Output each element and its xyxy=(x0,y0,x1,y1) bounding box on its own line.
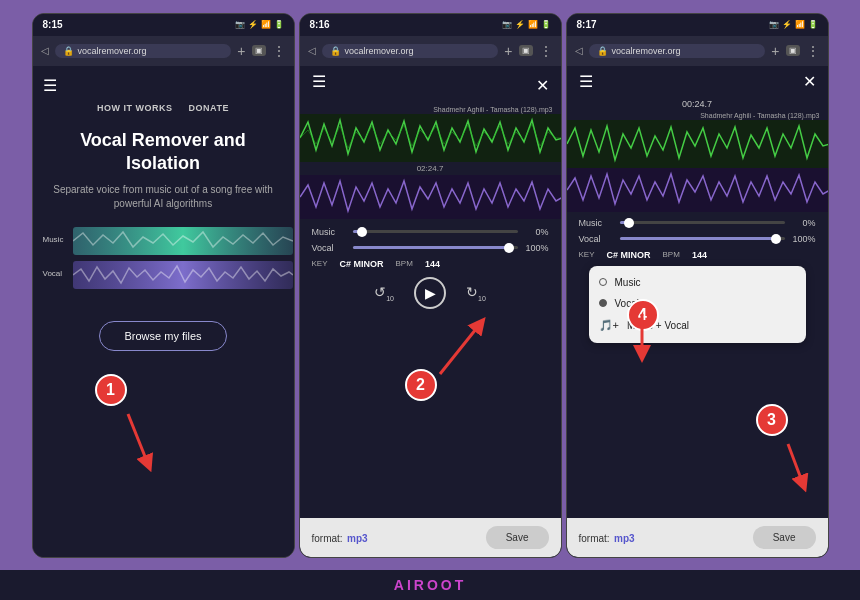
vocal-waveform-1 xyxy=(73,261,293,289)
tab-count-1[interactable]: ▣ xyxy=(252,45,266,56)
track-time-2: 02:24.7 xyxy=(300,162,561,175)
vocal-slider-row-2: Vocal 100% xyxy=(312,243,549,253)
music-slider-thumb-3[interactable] xyxy=(624,218,634,228)
vocal-pct-3: 100% xyxy=(791,234,816,244)
url-text-3: vocalremover.org xyxy=(612,46,681,56)
hamburger-icon-3[interactable]: ☰ xyxy=(579,72,593,91)
filename-3: Shadmehr Aghili - Tamasha (128).mp3 xyxy=(567,111,828,120)
plus-tab-3[interactable]: + xyxy=(771,43,779,59)
vocal-slider-row-3: Vocal 100% xyxy=(579,234,816,244)
camera-icon-3: 📷 xyxy=(769,20,779,29)
svg-line-3 xyxy=(128,414,148,464)
signal-icon-3: 📶 xyxy=(795,20,805,29)
green-waveform-2 xyxy=(300,114,561,162)
nav-donate[interactable]: DONATE xyxy=(189,103,229,113)
key-val-2: C# MINOR xyxy=(340,259,384,269)
music-slider-thumb-2[interactable] xyxy=(357,227,367,237)
hamburger-icon-1[interactable]: ☰ xyxy=(43,76,57,95)
camera-icon: 📷 xyxy=(235,20,245,29)
status-icons-2: 📷 ⚡ 📶 🔋 xyxy=(502,20,551,29)
key-label-2: KEY xyxy=(312,259,328,268)
download-item-music[interactable]: Music xyxy=(589,272,806,293)
vocal-slider-thumb-2[interactable] xyxy=(504,243,514,253)
menu-dots-1[interactable]: ⋮ xyxy=(272,43,286,59)
brand-text: AIROOT xyxy=(394,577,466,593)
battery-icon-2: 🔋 xyxy=(541,20,551,29)
svg-line-11 xyxy=(788,444,803,484)
arrow-3 xyxy=(748,434,818,494)
page-subtitle-1: Separate voice from music out of a song … xyxy=(43,183,284,211)
music-waveform-1 xyxy=(73,227,293,255)
url-box-1[interactable]: 🔒 vocalremover.org xyxy=(55,44,232,58)
purple-waveform-2 xyxy=(300,175,561,219)
download-music-label: Music xyxy=(615,277,641,288)
save-button-3[interactable]: Save xyxy=(753,526,816,549)
bt-icon: ⚡ xyxy=(248,20,258,29)
screen-3: 8:17 📷 ⚡ 📶 🔋 ◁ 🔒 vocalremover.org + ▣ ⋮ … xyxy=(566,13,829,558)
url-box-3[interactable]: 🔒 vocalremover.org xyxy=(589,44,766,58)
format-val-2[interactable]: mp3 xyxy=(347,533,368,544)
menu-dots-3[interactable]: ⋮ xyxy=(806,43,820,59)
vocal-slider-track-3[interactable] xyxy=(620,237,785,240)
plus-tab-1[interactable]: + xyxy=(237,43,245,59)
time-display-3: 00:24.7 xyxy=(567,97,828,111)
green-waveform-3 xyxy=(567,120,828,168)
hamburger-icon-2[interactable]: ☰ xyxy=(312,72,326,91)
time-1: 8:15 xyxy=(43,19,63,30)
time-2: 8:16 xyxy=(310,19,330,30)
waveform-area-1: Music xyxy=(43,227,284,297)
tab-count-2[interactable]: ▣ xyxy=(519,45,533,56)
signal-icon: 📶 xyxy=(261,20,271,29)
vocal-label-3: Vocal xyxy=(579,234,614,244)
close-icon-3[interactable]: ✕ xyxy=(803,72,816,91)
close-icon-2[interactable]: ✕ xyxy=(536,76,549,95)
save-button-2[interactable]: Save xyxy=(486,526,549,549)
vocal-slider-track-2[interactable] xyxy=(353,246,518,249)
music-slider-track-3[interactable] xyxy=(620,221,785,224)
vocal-label-1: Vocal xyxy=(43,269,63,278)
purple-wave-svg-3 xyxy=(567,168,828,212)
vocal-slider-fill-3 xyxy=(620,237,777,240)
status-bar-1: 8:15 📷 ⚡ 📶 🔋 xyxy=(33,14,294,36)
nav-links-1: HOW IT WORKS DONATE xyxy=(97,103,229,113)
format-val-3[interactable]: mp3 xyxy=(614,533,635,544)
menu-dots-2[interactable]: ⋮ xyxy=(539,43,553,59)
arrow-1 xyxy=(108,409,178,479)
vocal-slider-fill-2 xyxy=(353,246,510,249)
back-arrow-2: ◁ xyxy=(308,45,316,56)
format-section-2: format: mp3 xyxy=(312,528,368,546)
page-title-1: Vocal Remover and Isolation xyxy=(80,129,246,176)
lock-icon-2: 🔒 xyxy=(330,46,341,56)
format-section-3: format: mp3 xyxy=(579,528,635,546)
url-bar-3: ◁ 🔒 vocalremover.org + ▣ ⋮ xyxy=(567,36,828,66)
plus-tab-2[interactable]: + xyxy=(504,43,512,59)
browse-my-files-button[interactable]: Browse my files xyxy=(99,321,226,351)
arrow-2 xyxy=(420,304,500,384)
ff-button-2[interactable]: ↻10 xyxy=(466,284,486,302)
music-slider-track-2[interactable] xyxy=(353,230,518,233)
key-val-3: C# MINOR xyxy=(607,250,651,260)
url-box-2[interactable]: 🔒 vocalremover.org xyxy=(322,44,499,58)
screen1-body: ☰ HOW IT WORKS DONATE Vocal Remover and … xyxy=(33,66,294,557)
radio-vocal-icon xyxy=(599,299,607,307)
radio-music-icon xyxy=(599,278,607,286)
vocal-pct-2: 100% xyxy=(524,243,549,253)
bpm-val-3: 144 xyxy=(692,250,707,260)
screen-2: 8:16 📷 ⚡ 📶 🔋 ◁ 🔒 vocalremover.org + ▣ ⋮ … xyxy=(299,13,562,558)
top-bar-2: ☰ ✕ xyxy=(300,66,561,105)
status-icons-3: 📷 ⚡ 📶 🔋 xyxy=(769,20,818,29)
music-label-2: Music xyxy=(312,227,347,237)
url-bar-2: ◁ 🔒 vocalremover.org + ▣ ⋮ xyxy=(300,36,561,66)
tab-count-3[interactable]: ▣ xyxy=(786,45,800,56)
purple-waveform-3 xyxy=(567,168,828,212)
bpm-val-2: 144 xyxy=(425,259,440,269)
nav-how-it-works[interactable]: HOW IT WORKS xyxy=(97,103,173,113)
badge-3: 3 xyxy=(756,404,788,436)
rewind-button-2[interactable]: ↺10 xyxy=(374,284,394,302)
key-label-3: KEY xyxy=(579,250,595,259)
back-arrow-3: ◁ xyxy=(575,45,583,56)
vocal-slider-thumb-3[interactable] xyxy=(771,234,781,244)
url-text-1: vocalremover.org xyxy=(78,46,147,56)
back-arrow-1: ◁ xyxy=(41,45,49,56)
green-wave-svg-3 xyxy=(567,120,828,168)
